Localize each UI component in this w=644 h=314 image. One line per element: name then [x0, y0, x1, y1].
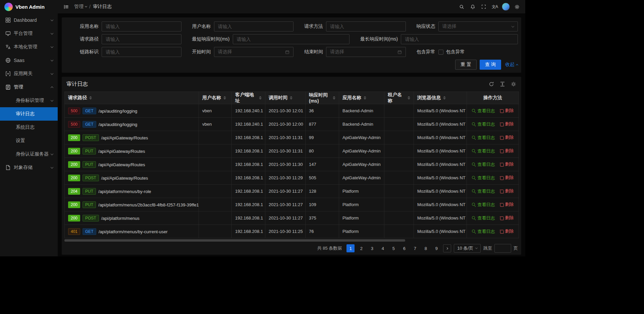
- sidebar-item-manage[interactable]: 管理: [0, 80, 58, 94]
- delete-button[interactable]: 删除: [500, 215, 514, 221]
- sidebar-item-system-log[interactable]: 系统日志: [0, 121, 58, 134]
- column-header-user-name[interactable]: 用户名称: [199, 92, 232, 104]
- page-button-5[interactable]: 5: [389, 244, 397, 252]
- sort-icon: [290, 96, 292, 100]
- sidebar-item-gateway[interactable]: 应用网关: [0, 67, 58, 80]
- status-badge: 200: [68, 201, 80, 208]
- page-button-8[interactable]: 8: [422, 244, 430, 252]
- end-time-picker[interactable]: 请选择: [326, 47, 406, 57]
- reset-button[interactable]: 重 置: [455, 60, 477, 70]
- sidebar-item-identity-management[interactable]: 身份标识管理: [0, 94, 58, 107]
- sidebar-item-settings[interactable]: 设置: [0, 134, 58, 147]
- logo[interactable]: Vben Admin: [0, 0, 58, 13]
- delete-button[interactable]: 删除: [500, 201, 514, 207]
- app-name-input[interactable]: [102, 21, 181, 32]
- page-button-6[interactable]: 6: [400, 244, 408, 252]
- request-path: /api/auditing/logging: [99, 122, 138, 127]
- sort-icon: [364, 96, 366, 100]
- request-method-input[interactable]: [326, 21, 406, 32]
- tenant-cell: [384, 118, 414, 131]
- delete-button[interactable]: 删除: [500, 188, 514, 194]
- page-size-select[interactable]: 10 条/页: [454, 244, 481, 253]
- column-header-app-name[interactable]: 应用名称: [339, 92, 384, 104]
- delete-button[interactable]: 删除: [500, 108, 514, 114]
- view-log-button[interactable]: 查看日志: [472, 135, 495, 141]
- tenant-cell: [384, 131, 414, 144]
- column-header-call-time[interactable]: 调用时间: [265, 92, 306, 104]
- delete-button[interactable]: 删除: [500, 134, 514, 140]
- view-log-button[interactable]: 查看日志: [472, 175, 495, 181]
- next-page-button[interactable]: [443, 244, 451, 252]
- page-button-2[interactable]: 2: [357, 244, 365, 252]
- sidebar-item-auth-server[interactable]: 身份认证服务器: [0, 147, 58, 161]
- browser-cell: Mozilla/5.0 (Windows NT 10.0; Win: [414, 185, 467, 198]
- avatar[interactable]: [502, 3, 510, 11]
- trace-id-input[interactable]: [102, 47, 181, 57]
- page-button-7[interactable]: 7: [411, 244, 419, 252]
- app-title: Vben Admin: [15, 4, 45, 10]
- sidebar-item-dashboard[interactable]: Dashboard: [0, 13, 58, 27]
- min-response-time-input[interactable]: [233, 34, 350, 44]
- view-log-button[interactable]: 查看日志: [472, 202, 495, 208]
- delete-button[interactable]: 删除: [500, 148, 514, 154]
- horizontal-scrollbar: [64, 239, 519, 242]
- view-log-button[interactable]: 查看日志: [472, 229, 495, 235]
- fullscreen-icon[interactable]: [480, 3, 488, 11]
- settings-icon[interactable]: [513, 3, 521, 11]
- delete-button[interactable]: 删除: [500, 161, 514, 167]
- view-log-button[interactable]: 查看日志: [472, 215, 495, 221]
- breadcrumb: 管理 / 审计日志: [74, 4, 112, 10]
- view-log-button[interactable]: 查看日志: [472, 108, 495, 114]
- delete-button[interactable]: 删除: [500, 121, 514, 127]
- sidebar-item-saas[interactable]: Saas: [0, 54, 58, 67]
- column-header-tenant-name[interactable]: 租户名称: [384, 92, 414, 104]
- delete-button[interactable]: 删除: [500, 228, 514, 234]
- method-badge: POST: [83, 175, 99, 181]
- start-time-picker[interactable]: 请选择: [214, 47, 294, 57]
- chevron-down-icon: [51, 18, 53, 21]
- request-path: /api/ApiGateway/Routes: [101, 175, 148, 180]
- view-log-button[interactable]: 查看日志: [472, 148, 495, 154]
- request-path-input[interactable]: [102, 34, 181, 44]
- page-button-1[interactable]: 1: [346, 244, 355, 252]
- refresh-icon[interactable]: [488, 81, 494, 87]
- audit-log-table: 请求路径 用户名称 客户端地址 调用时间 响应时间(ms) 应用名称 租户名称 …: [64, 91, 519, 238]
- jump-page-input[interactable]: [494, 244, 511, 253]
- scrollbar-thumb[interactable]: [64, 239, 405, 242]
- response-status-select[interactable]: 请选择: [438, 21, 518, 32]
- time-cell: 2021-10-30 11:29: [265, 171, 306, 185]
- request-path: /api/ApiGateway/Routes: [98, 162, 145, 167]
- exception-checkbox[interactable]: [438, 50, 443, 55]
- view-log-button[interactable]: 查看日志: [472, 162, 495, 168]
- client-cell: 192.168.208.1: [232, 131, 265, 144]
- chevron-down-icon: [51, 32, 53, 34]
- status-badge: 500: [68, 108, 80, 114]
- collapse-link[interactable]: 收起: [505, 62, 518, 68]
- column-header-response-time[interactable]: 响应时间(ms): [306, 92, 339, 104]
- column-height-icon[interactable]: [499, 81, 505, 87]
- column-header-client-address[interactable]: 客户端地址: [232, 92, 265, 104]
- sidebar-item-audit-log[interactable]: 审计日志: [0, 107, 58, 121]
- delete-button[interactable]: 删除: [500, 175, 514, 181]
- column-header-browser-info[interactable]: 浏览器信息: [414, 92, 467, 104]
- column-header-request-path[interactable]: 请求路径: [65, 92, 199, 104]
- sidebar-item-object-storage[interactable]: 对象存储: [0, 161, 58, 174]
- page-button-4[interactable]: 4: [379, 244, 387, 252]
- page-button-9[interactable]: 9: [432, 244, 440, 252]
- sidebar-item-localization[interactable]: 本地化管理: [0, 40, 58, 54]
- view-log-button[interactable]: 查看日志: [472, 121, 495, 127]
- settings-icon[interactable]: [511, 81, 517, 87]
- search-icon: [472, 122, 476, 126]
- sidebar-item-platform[interactable]: 平台管理: [0, 27, 58, 40]
- search-icon[interactable]: [458, 3, 466, 11]
- query-button[interactable]: 查 询: [480, 60, 501, 70]
- view-log-button[interactable]: 查看日志: [472, 188, 495, 194]
- translate-icon[interactable]: 文A: [491, 3, 499, 11]
- breadcrumb-parent[interactable]: 管理: [74, 4, 87, 10]
- user-name-input[interactable]: [214, 21, 294, 32]
- menu-toggle-icon[interactable]: [62, 3, 70, 11]
- method-badge: GET: [83, 108, 96, 114]
- page-button-3[interactable]: 3: [368, 244, 376, 252]
- max-response-time-input[interactable]: [401, 34, 518, 44]
- bell-icon[interactable]: [469, 3, 477, 11]
